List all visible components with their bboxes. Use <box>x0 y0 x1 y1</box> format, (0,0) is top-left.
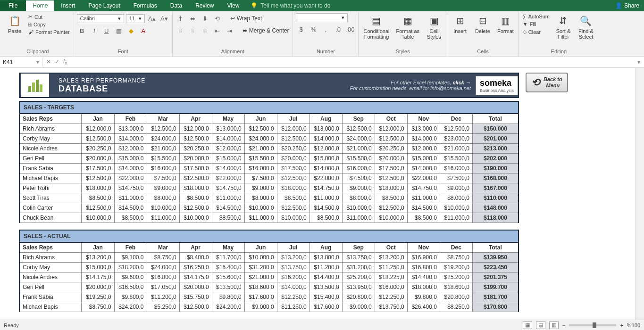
number-format-select[interactable]: ▾ <box>296 13 348 22</box>
month-value[interactable]: $21.000,0 <box>440 144 472 154</box>
tab-data[interactable]: Data <box>164 0 189 11</box>
month-value[interactable]: $13.950,0 <box>342 282 375 292</box>
tell-me-search[interactable]: 💡Tell me what you want to do <box>251 2 330 9</box>
month-value[interactable]: $15.000,0 <box>114 154 147 164</box>
month-value[interactable]: $14.000,0 <box>309 134 342 144</box>
month-value[interactable]: $13.750,0 <box>277 263 309 272</box>
month-value[interactable]: $26.400,0 <box>407 302 440 312</box>
month-value[interactable]: $12.500,0 <box>277 203 309 213</box>
worksheet-area[interactable]: SALES REP PERFORMANCE DATABASE For other… <box>0 68 644 322</box>
rep-name[interactable]: Nicole Andres <box>19 144 82 154</box>
month-value[interactable]: $15.500,0 <box>147 154 179 164</box>
bold-button[interactable]: B <box>77 25 87 36</box>
month-value[interactable]: $9.000,0 <box>342 302 375 312</box>
month-value[interactable]: $17.500,0 <box>179 164 212 173</box>
cell-styles-button[interactable]: ▣Cell Styles <box>424 13 444 41</box>
month-value[interactable]: $24.200,0 <box>212 302 244 312</box>
tab-formulas[interactable]: Formulas <box>127 0 164 11</box>
format-painter-button[interactable]: 🖌Format Painter <box>27 29 71 35</box>
paste-button[interactable]: 📋 Paste <box>5 13 25 35</box>
month-value[interactable]: $14.750,0 <box>309 183 342 193</box>
month-value[interactable]: $12.500,0 <box>179 302 212 312</box>
percent-button[interactable]: % <box>308 24 318 34</box>
month-value[interactable]: $7.500,0 <box>440 173 472 183</box>
month-value[interactable]: $12.500,0 <box>375 173 407 183</box>
font-name-select[interactable]: Calibri▾ <box>77 14 124 23</box>
month-value[interactable]: $25.200,0 <box>342 272 375 282</box>
month-value[interactable]: $11.000,0 <box>440 213 472 223</box>
month-value[interactable]: $14.400,0 <box>407 272 440 282</box>
month-value[interactable]: $15.000,0 <box>82 263 114 272</box>
italic-button[interactable]: I <box>89 25 100 36</box>
month-value[interactable]: $12.000,0 <box>179 124 212 134</box>
grow-font-button[interactable]: A▴ <box>147 13 157 24</box>
fill-color-button[interactable]: ◆ <box>126 25 136 36</box>
month-value[interactable]: $11.000,0 <box>212 193 244 203</box>
month-value[interactable]: $9.800,0 <box>114 292 147 302</box>
month-value[interactable]: $15.400,0 <box>212 263 244 272</box>
underline-button[interactable]: U <box>101 25 112 36</box>
month-value[interactable]: $20.250,0 <box>375 144 407 154</box>
month-value[interactable]: $8.750,0 <box>147 253 179 263</box>
align-top-button[interactable]: ⬆ <box>176 13 186 24</box>
month-value[interactable]: $21.000,0 <box>244 272 277 282</box>
month-value[interactable]: $13.000,0 <box>309 124 342 134</box>
month-value[interactable]: $7.500,0 <box>342 173 375 183</box>
align-right-button[interactable]: ≡ <box>200 25 210 36</box>
month-value[interactable]: $16.200,0 <box>277 272 309 282</box>
month-value[interactable]: $20.000,0 <box>277 154 309 164</box>
month-value[interactable]: $18.200,0 <box>114 263 147 272</box>
month-value[interactable]: $31.200,0 <box>244 263 277 272</box>
month-value[interactable]: $13.500,0 <box>309 282 342 292</box>
month-value[interactable]: $13.200,0 <box>375 253 407 263</box>
month-value[interactable]: $9.600,0 <box>114 272 147 282</box>
comma-button[interactable]: , <box>320 24 331 34</box>
month-value[interactable]: $20.000,0 <box>82 282 114 292</box>
rep-name[interactable]: Frank Sabia <box>19 292 82 302</box>
rep-name[interactable]: Rich Abrams <box>19 124 82 134</box>
month-value[interactable]: $18.000,0 <box>82 183 114 193</box>
month-value[interactable]: $11.250,0 <box>277 302 309 312</box>
month-value[interactable]: $14.000,0 <box>212 134 244 144</box>
month-value[interactable]: $8.000,0 <box>440 193 472 203</box>
month-value[interactable]: $10.000,0 <box>375 213 407 223</box>
month-value[interactable]: $14.175,0 <box>179 272 212 282</box>
month-value[interactable]: $11.000,0 <box>244 213 277 223</box>
rep-name[interactable]: Michael Bapis <box>19 302 82 312</box>
tab-review[interactable]: Review <box>189 0 220 11</box>
tab-view[interactable]: View <box>221 0 246 11</box>
month-value[interactable]: $11.700,0 <box>212 253 244 263</box>
zoom-in-button[interactable]: + <box>620 322 623 323</box>
month-value[interactable]: $20.800,0 <box>440 292 472 302</box>
rep-name[interactable]: Colin Carter <box>19 203 82 213</box>
month-value[interactable]: $11.000,0 <box>114 193 147 203</box>
month-value[interactable]: $13.750,0 <box>375 302 407 312</box>
month-value[interactable]: $24.200,0 <box>114 302 147 312</box>
month-value[interactable]: $14.750,0 <box>212 183 244 193</box>
vertical-scrollbar[interactable] <box>636 68 644 320</box>
month-value[interactable]: $12.500,0 <box>147 124 179 134</box>
month-value[interactable]: $15.000,0 <box>407 154 440 164</box>
month-value[interactable]: $18.000,0 <box>375 183 407 193</box>
month-value[interactable]: $31.200,0 <box>342 263 375 272</box>
month-value[interactable]: $15.500,0 <box>244 154 277 164</box>
month-value[interactable]: $20.250,0 <box>179 144 212 154</box>
align-bottom-button[interactable]: ⬇ <box>200 13 210 24</box>
month-value[interactable]: $21.000,0 <box>244 144 277 154</box>
month-value[interactable]: $15.500,0 <box>440 154 472 164</box>
month-value[interactable]: $9.800,0 <box>407 292 440 302</box>
month-value[interactable]: $15.400,0 <box>309 292 342 302</box>
month-value[interactable]: $16.000,0 <box>342 164 375 173</box>
delete-cells-button[interactable]: ⊟Delete <box>473 13 493 35</box>
month-value[interactable]: $12.500,0 <box>82 203 114 213</box>
decrease-decimal-button[interactable]: .00 <box>345 24 355 34</box>
cancel-formula-button[interactable]: ✕ <box>46 58 51 65</box>
month-value[interactable]: $14.000,0 <box>407 134 440 144</box>
month-value[interactable]: $17.600,0 <box>244 292 277 302</box>
merge-center-button[interactable]: ⬌Merge & Center <box>242 25 290 36</box>
month-value[interactable]: $8.000,0 <box>244 193 277 203</box>
clear-button[interactable]: ◇Clear <box>522 28 551 35</box>
banner-click-link[interactable]: click → <box>452 80 471 85</box>
month-value[interactable]: $11.000,0 <box>342 213 375 223</box>
month-value[interactable]: $25.200,0 <box>440 272 472 282</box>
